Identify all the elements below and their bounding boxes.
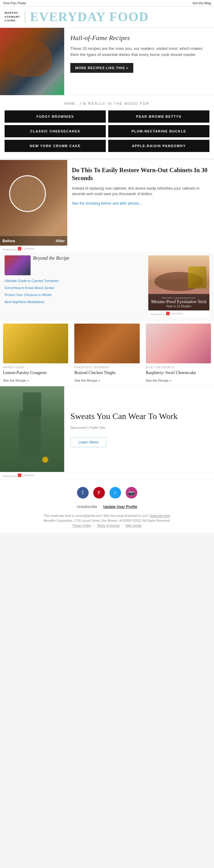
recipe-card-2: EASY DESSERTS Raspberry–Swirl Cheesecake… <box>143 320 214 386</box>
eyeshadow-overlay: thrive causemetics Mistake-Proof Eyeshad… <box>148 294 209 310</box>
beyond-recipe-title-wrap: Beyond the Recipe <box>33 255 69 275</box>
sweats-content: Sweats You Can Wear To Work Sponsored | … <box>64 386 214 472</box>
two-col-ads: Beyond the Recipe Ultimate Guide to Cann… <box>0 252 214 320</box>
eyeshadow-ad: thrive causemetics Mistake-Proof Eyeshad… <box>148 255 209 317</box>
recipe-image-dinners <box>74 323 140 363</box>
cabinet-image: Before After <box>0 160 67 246</box>
subscribe-here-link[interactable]: Subscribe here <box>150 514 170 518</box>
update-profile-link[interactable]: Update User Profile <box>103 505 137 509</box>
footer-links: Unsubscribe Update User Profile <box>5 505 209 509</box>
mood-plum-nectarine-buckle[interactable]: PLUM-NECTARINE BUCKLE <box>108 125 209 137</box>
beyond-recipe-image <box>5 255 31 275</box>
instagram-icon[interactable]: 📷 <box>126 487 137 499</box>
cabinet-title: Do This To Easily Restore Worn-Out Cabin… <box>72 166 209 182</box>
sweats-title: Sweats You Can Wear To Work <box>70 411 208 422</box>
eyeshadow-powered-by: Powered by LiveIntent <box>148 310 209 317</box>
recipe-link-0[interactable]: See the Recipe » <box>3 379 29 382</box>
mood-grid: FUDGY BROWNIES PEAR BROWN BETTYS CLASSIC… <box>5 111 209 152</box>
recipe-image-appetizers <box>3 323 68 363</box>
pinterest-icon[interactable]: P <box>93 487 105 499</box>
beyond-recipe-link-1[interactable]: Everything to Know About Za'atar <box>5 286 54 290</box>
mood-new-york-crumb-cake[interactable]: NEW YORK CRUMB CAKE <box>5 140 106 152</box>
footer-email-text: This email was sent to xxxxxx@gmail.com … <box>5 514 209 528</box>
eyeshadow-brand: thrive causemetics <box>151 297 207 300</box>
sweats-image <box>0 386 64 472</box>
unsubscribe-link[interactable]: Unsubscribe <box>77 505 97 509</box>
beyond-recipe-link-3[interactable]: Best Nighttime Meditations <box>5 300 44 304</box>
sweats-ad-section: Sweats You Can Wear To Work Sponsored | … <box>0 386 214 472</box>
recipe-image-desserts <box>146 323 211 363</box>
liveintent-icon <box>18 247 22 250</box>
recipe-cards-section: APPETIZERS Lemon-Parsley Gougeres See th… <box>0 320 214 386</box>
beyond-recipe-section: Beyond the Recipe Ultimate Guide to Cann… <box>5 255 145 306</box>
cabinet-link[interactable]: See the shocking before and after photos… <box>72 201 143 206</box>
beyond-recipe-title: Beyond the Recipe <box>33 255 69 261</box>
recipe-category-2: EASY DESSERTS <box>146 366 211 369</box>
recipe-name-2: Raspberry–Swirl Cheesecake <box>146 370 211 376</box>
header: MARTHA STEWART LIVING EVERYDAY FOOD <box>0 6 214 28</box>
eyeshadow-subtitle: Now in 13 Shades <box>151 305 207 308</box>
recipe-link-2[interactable]: See the Recipe » <box>146 379 172 382</box>
before-label: Before <box>2 239 15 243</box>
sweats-learn-more-button[interactable]: Learn More <box>70 437 106 447</box>
social-footer: f P t 📷 Unsubscribe Update User Profile … <box>0 479 214 533</box>
recipe-category-0: APPETIZERS <box>3 366 68 369</box>
sweats-sponsored: Sponsored | Public Rec <box>70 426 208 429</box>
recipe-link-1[interactable]: See the Recipe » <box>74 379 100 382</box>
beyond-recipe-links: Ultimate Guide to Canned Tomatoes Everyt… <box>5 278 145 304</box>
mood-pear-brown-bettys[interactable]: PEAR BROWN BETTYS <box>108 111 209 123</box>
after-label: After <box>56 239 65 243</box>
mood-fudgy-brownies[interactable]: FUDGY BROWNIES <box>5 111 106 123</box>
privacy-policy-link[interactable]: Privacy Policy <box>72 524 91 527</box>
help-center-link[interactable]: Help Center <box>125 524 142 527</box>
cabinet-powered-by: Powered by LiveIntent <box>0 246 214 252</box>
eyeshadow-image: thrive causemetics Mistake-Proof Eyeshad… <box>148 255 209 310</box>
terms-of-service-link[interactable]: Terms of Service <box>97 524 120 527</box>
hero-image <box>0 28 64 95</box>
cabinet-ad-section: Before After Do This To Easily Restore W… <box>0 160 214 246</box>
hero-title: Hall-of-Fame Recipes <box>70 34 208 42</box>
mood-section: HMM...I'M REALLY IN THE MOOD FOR FUDGY B… <box>0 95 214 158</box>
site-title: EVERYDAY FOOD <box>30 9 149 24</box>
social-icons: f P t 📷 <box>5 487 209 499</box>
recipe-card-1: EVERYDAY DINNERS Braised Chicken Thighs … <box>71 320 143 386</box>
sweats-powered-by: Powered by LiveIntent <box>0 472 214 479</box>
cabinet-description: Instead of replacing new cabinets, this … <box>72 186 209 197</box>
hero-section: Hall-of-Fame Recipes These 20 recipes ar… <box>0 28 214 95</box>
top-bar: One-Pan Pasta Get the Mag <box>0 0 214 6</box>
mood-classic-cheesecakes[interactable]: CLASSIC CHEESECAKES <box>5 125 106 137</box>
eyeshadow-title: Mistake-Proof Eyeshadow Stick <box>151 300 207 305</box>
recipe-name-1: Braised Chicken Thighs <box>74 370 140 376</box>
beyond-recipe-link-2[interactable]: Protect Your Chickens in Winter <box>5 293 52 297</box>
get-mag-link[interactable]: Get the Mag <box>192 1 211 5</box>
recipe-name-0: Lemon-Parsley Gougeres <box>3 370 68 376</box>
more-recipes-button[interactable]: MORE RECIPES LIKE THIS » <box>70 63 133 73</box>
recipe-category-1: EVERYDAY DINNERS <box>74 366 140 369</box>
hero-content: Hall-of-Fame Recipes These 20 recipes ar… <box>64 28 214 95</box>
liveintent-icon-3 <box>18 473 22 477</box>
one-pan-pasta-link[interactable]: One-Pan Pasta <box>3 1 26 5</box>
brand-name: MARTHA STEWART LIVING <box>5 11 25 23</box>
recipe-card-0: APPETIZERS Lemon-Parsley Gougeres See th… <box>0 320 71 386</box>
beyond-recipe-link-0[interactable]: Ultimate Guide to Canned Tomatoes <box>5 279 59 283</box>
liveintent-icon-2 <box>166 312 170 315</box>
hero-description: These 20 recipes are the ones you, our r… <box>70 45 208 58</box>
mood-title: HMM...I'M REALLY IN THE MOOD FOR <box>5 101 209 106</box>
twitter-icon[interactable]: t <box>110 487 121 499</box>
mood-apple-raisin-pandowdy[interactable]: APPLE-RAISIN PANDOWDY <box>108 140 209 152</box>
facebook-icon[interactable]: f <box>77 487 89 499</box>
cabinet-content: Do This To Easily Restore Worn-Out Cabin… <box>67 160 214 246</box>
